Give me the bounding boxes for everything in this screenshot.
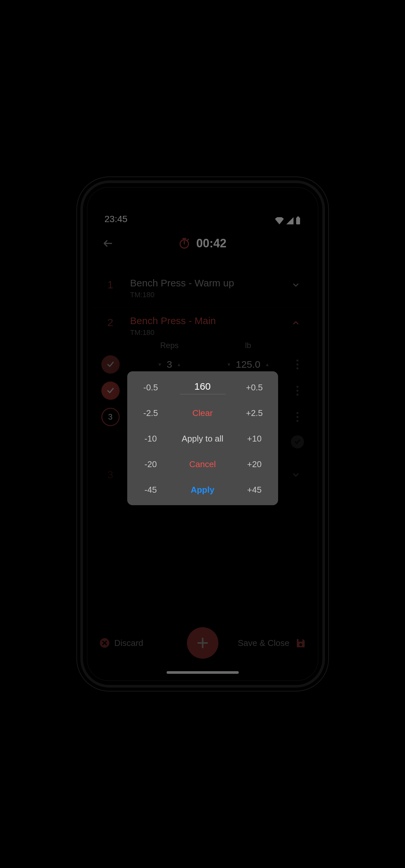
cancel-button[interactable]: Cancel — [174, 459, 231, 469]
phone-frame: 23:45 00:42 — [83, 183, 322, 685]
weight-adjust-dialog: -0.5 160 +0.5 -2.5 Clear +2.5 -10 Apply … — [127, 371, 278, 505]
apply-button[interactable]: Apply — [174, 485, 231, 495]
decrement-0.5-button[interactable]: -0.5 — [127, 382, 175, 393]
canvas: 23:45 00:42 — [0, 0, 405, 868]
decrement-10-button[interactable]: -10 — [127, 434, 175, 444]
increment-10-button[interactable]: +10 — [231, 434, 278, 444]
decrement-20-button[interactable]: -20 — [127, 459, 175, 469]
increment-20-button[interactable]: +20 — [231, 459, 278, 469]
increment-0.5-button[interactable]: +0.5 — [231, 382, 278, 393]
decrement-2.5-button[interactable]: -2.5 — [127, 408, 175, 418]
decrement-45-button[interactable]: -45 — [127, 485, 175, 495]
screen: 23:45 00:42 — [91, 191, 314, 677]
weight-input[interactable]: 160 — [180, 381, 226, 394]
increment-45-button[interactable]: +45 — [231, 485, 278, 495]
apply-to-all-button[interactable]: Apply to all — [174, 434, 231, 444]
clear-button[interactable]: Clear — [174, 408, 231, 418]
increment-2.5-button[interactable]: +2.5 — [231, 408, 278, 418]
